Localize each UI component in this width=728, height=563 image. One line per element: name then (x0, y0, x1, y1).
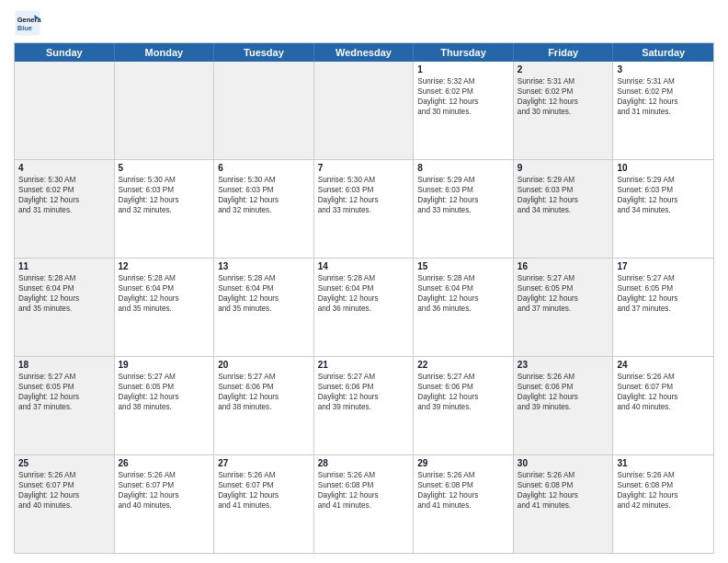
day-number: 14 (318, 261, 410, 271)
cell-info: Sunrise: 5:26 AM Sunset: 6:08 PM Dayligh… (518, 470, 609, 511)
day-number: 22 (417, 360, 509, 370)
day-cell-15: 15Sunrise: 5:28 AM Sunset: 6:04 PM Dayli… (414, 259, 514, 356)
calendar-row-4: 18Sunrise: 5:27 AM Sunset: 6:05 PM Dayli… (15, 356, 713, 454)
cell-info: Sunrise: 5:27 AM Sunset: 6:06 PM Dayligh… (218, 372, 310, 412)
day-number: 21 (318, 360, 410, 370)
cell-info: Sunrise: 5:27 AM Sunset: 6:05 PM Dayligh… (518, 273, 609, 314)
empty-cell (15, 62, 115, 159)
cell-info: Sunrise: 5:26 AM Sunset: 6:08 PM Dayligh… (417, 470, 509, 511)
day-number: 18 (18, 360, 110, 370)
day-cell-22: 22Sunrise: 5:27 AM Sunset: 6:06 PM Dayli… (414, 357, 514, 454)
logo: General Blue (14, 9, 45, 37)
calendar-row-3: 11Sunrise: 5:28 AM Sunset: 6:04 PM Dayli… (15, 258, 713, 356)
day-number: 9 (518, 163, 609, 173)
day-cell-12: 12Sunrise: 5:28 AM Sunset: 6:04 PM Dayli… (115, 259, 215, 356)
header-day-friday: Friday (514, 43, 614, 62)
cell-info: Sunrise: 5:30 AM Sunset: 6:03 PM Dayligh… (318, 175, 410, 215)
header-day-monday: Monday (115, 43, 215, 62)
day-number: 15 (417, 261, 509, 271)
day-number: 13 (218, 261, 310, 271)
cell-info: Sunrise: 5:26 AM Sunset: 6:07 PM Dayligh… (18, 470, 110, 511)
cell-info: Sunrise: 5:31 AM Sunset: 6:02 PM Dayligh… (518, 76, 609, 117)
cell-info: Sunrise: 5:30 AM Sunset: 6:02 PM Dayligh… (18, 175, 110, 215)
day-cell-5: 5Sunrise: 5:30 AM Sunset: 6:03 PM Daylig… (115, 160, 215, 258)
day-number: 28 (318, 458, 410, 468)
day-cell-26: 26Sunrise: 5:26 AM Sunset: 6:07 PM Dayli… (115, 455, 215, 553)
day-number: 16 (518, 261, 609, 271)
calendar-header: SundayMondayTuesdayWednesdayThursdayFrid… (15, 43, 713, 62)
day-cell-2: 2Sunrise: 5:31 AM Sunset: 6:02 PM Daylig… (514, 62, 614, 159)
header-day-sunday: Sunday (15, 43, 115, 62)
day-cell-19: 19Sunrise: 5:27 AM Sunset: 6:05 PM Dayli… (115, 357, 215, 454)
svg-text:General: General (17, 16, 41, 24)
cell-info: Sunrise: 5:29 AM Sunset: 6:03 PM Dayligh… (417, 175, 509, 215)
day-number: 25 (18, 458, 110, 468)
day-number: 7 (318, 163, 410, 173)
day-cell-13: 13Sunrise: 5:28 AM Sunset: 6:04 PM Dayli… (214, 259, 314, 356)
calendar: SundayMondayTuesdayWednesdayThursdayFrid… (14, 42, 714, 554)
cell-info: Sunrise: 5:26 AM Sunset: 6:08 PM Dayligh… (617, 470, 710, 511)
day-number: 8 (417, 163, 509, 173)
day-cell-4: 4Sunrise: 5:30 AM Sunset: 6:02 PM Daylig… (15, 160, 115, 258)
day-cell-20: 20Sunrise: 5:27 AM Sunset: 6:06 PM Dayli… (214, 357, 314, 454)
cell-info: Sunrise: 5:27 AM Sunset: 6:05 PM Dayligh… (18, 372, 110, 412)
cell-info: Sunrise: 5:32 AM Sunset: 6:02 PM Dayligh… (417, 76, 509, 117)
day-cell-23: 23Sunrise: 5:26 AM Sunset: 6:06 PM Dayli… (514, 357, 614, 454)
cell-info: Sunrise: 5:28 AM Sunset: 6:04 PM Dayligh… (18, 273, 110, 314)
cell-info: Sunrise: 5:28 AM Sunset: 6:04 PM Dayligh… (119, 273, 210, 314)
header: General Blue (14, 9, 714, 37)
day-cell-6: 6Sunrise: 5:30 AM Sunset: 6:03 PM Daylig… (214, 160, 314, 258)
day-cell-24: 24Sunrise: 5:26 AM Sunset: 6:07 PM Dayli… (613, 357, 713, 454)
cell-info: Sunrise: 5:26 AM Sunset: 6:07 PM Dayligh… (617, 372, 710, 412)
svg-text:Blue: Blue (17, 24, 32, 32)
cell-info: Sunrise: 5:30 AM Sunset: 6:03 PM Dayligh… (218, 175, 310, 215)
day-number: 6 (218, 163, 310, 173)
day-number: 5 (119, 163, 210, 173)
day-number: 20 (218, 360, 310, 370)
day-number: 3 (617, 64, 710, 75)
cell-info: Sunrise: 5:26 AM Sunset: 6:07 PM Dayligh… (218, 470, 310, 511)
day-cell-21: 21Sunrise: 5:27 AM Sunset: 6:06 PM Dayli… (314, 357, 415, 454)
cell-info: Sunrise: 5:28 AM Sunset: 6:04 PM Dayligh… (218, 273, 310, 314)
day-number: 19 (119, 360, 210, 370)
header-day-saturday: Saturday (613, 43, 713, 62)
cell-info: Sunrise: 5:27 AM Sunset: 6:06 PM Dayligh… (417, 372, 509, 412)
day-cell-7: 7Sunrise: 5:30 AM Sunset: 6:03 PM Daylig… (314, 160, 415, 258)
cell-info: Sunrise: 5:27 AM Sunset: 6:05 PM Dayligh… (119, 372, 210, 412)
day-cell-10: 10Sunrise: 5:29 AM Sunset: 6:03 PM Dayli… (613, 160, 713, 258)
day-number: 4 (18, 163, 110, 173)
cell-info: Sunrise: 5:27 AM Sunset: 6:06 PM Dayligh… (318, 372, 410, 412)
day-cell-29: 29Sunrise: 5:26 AM Sunset: 6:08 PM Dayli… (414, 455, 514, 553)
day-number: 11 (18, 261, 110, 271)
day-number: 27 (218, 458, 310, 468)
day-cell-9: 9Sunrise: 5:29 AM Sunset: 6:03 PM Daylig… (514, 160, 614, 258)
cell-info: Sunrise: 5:28 AM Sunset: 6:04 PM Dayligh… (417, 273, 509, 314)
day-number: 1 (417, 64, 509, 75)
page: General Blue SundayMondayTuesdayWednesda… (0, 0, 728, 563)
calendar-row-5: 25Sunrise: 5:26 AM Sunset: 6:07 PM Dayli… (15, 454, 713, 553)
empty-cell (314, 62, 415, 159)
cell-info: Sunrise: 5:26 AM Sunset: 6:08 PM Dayligh… (318, 470, 410, 511)
day-cell-16: 16Sunrise: 5:27 AM Sunset: 6:05 PM Dayli… (514, 259, 614, 356)
day-cell-25: 25Sunrise: 5:26 AM Sunset: 6:07 PM Dayli… (15, 455, 115, 553)
day-number: 23 (518, 360, 609, 370)
empty-cell (115, 62, 215, 159)
day-number: 17 (617, 261, 710, 271)
day-cell-1: 1Sunrise: 5:32 AM Sunset: 6:02 PM Daylig… (414, 62, 514, 159)
day-cell-3: 3Sunrise: 5:31 AM Sunset: 6:02 PM Daylig… (613, 62, 713, 159)
cell-info: Sunrise: 5:29 AM Sunset: 6:03 PM Dayligh… (518, 175, 609, 215)
day-number: 2 (518, 64, 609, 75)
day-cell-30: 30Sunrise: 5:26 AM Sunset: 6:08 PM Dayli… (514, 455, 614, 553)
cell-info: Sunrise: 5:26 AM Sunset: 6:06 PM Dayligh… (518, 372, 609, 412)
cell-info: Sunrise: 5:31 AM Sunset: 6:02 PM Dayligh… (617, 76, 710, 117)
day-cell-31: 31Sunrise: 5:26 AM Sunset: 6:08 PM Dayli… (613, 455, 713, 553)
day-cell-27: 27Sunrise: 5:26 AM Sunset: 6:07 PM Dayli… (214, 455, 314, 553)
day-number: 29 (417, 458, 509, 468)
day-cell-14: 14Sunrise: 5:28 AM Sunset: 6:04 PM Dayli… (314, 259, 415, 356)
cell-info: Sunrise: 5:30 AM Sunset: 6:03 PM Dayligh… (119, 175, 210, 215)
day-cell-28: 28Sunrise: 5:26 AM Sunset: 6:08 PM Dayli… (314, 455, 415, 553)
day-cell-17: 17Sunrise: 5:27 AM Sunset: 6:05 PM Dayli… (613, 259, 713, 356)
header-day-tuesday: Tuesday (214, 43, 314, 62)
calendar-row-1: 1Sunrise: 5:32 AM Sunset: 6:02 PM Daylig… (15, 62, 713, 159)
day-cell-8: 8Sunrise: 5:29 AM Sunset: 6:03 PM Daylig… (414, 160, 514, 258)
